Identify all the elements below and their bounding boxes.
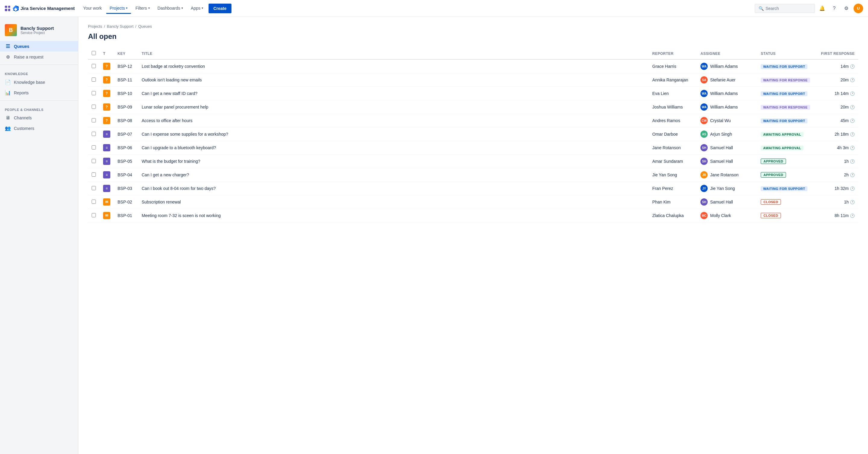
table-row: ≡ BSP-03 Can I book out 8-04 room for tw…	[88, 182, 858, 195]
row-title[interactable]: What is the budget for training?	[138, 155, 649, 168]
response-time-value: 1h	[844, 200, 849, 204]
row-checkbox-cell	[88, 59, 99, 73]
row-checkbox-cell	[88, 127, 99, 141]
row-title[interactable]: Can I book out 8-04 room for two days?	[138, 182, 649, 195]
user-avatar[interactable]: U	[854, 4, 863, 13]
assignee-avatar: WA	[701, 103, 708, 111]
row-reporter: Jane Rotanson	[649, 141, 697, 155]
knowledge-icon: 📄	[5, 79, 11, 85]
row-checkbox[interactable]	[92, 213, 96, 217]
notifications-button[interactable]: 🔔	[817, 4, 827, 13]
sidebar-item-customers[interactable]: 👥 Customers	[0, 123, 78, 133]
row-status: WAITING FOR RESPONSE	[757, 100, 817, 114]
sidebar-label-raise: Raise a request	[14, 55, 43, 59]
row-title[interactable]: Lost badge at rocketry convention	[138, 59, 649, 73]
clock-icon: 🕐	[850, 78, 855, 82]
row-key[interactable]: BSP-10	[114, 87, 138, 100]
row-title[interactable]: Meeting room 7-32 is sceen is not workin…	[138, 209, 649, 222]
settings-button[interactable]: ⚙	[841, 4, 851, 13]
row-key[interactable]: BSP-12	[114, 59, 138, 73]
row-checkbox[interactable]	[92, 200, 96, 204]
row-reporter: Andres Ramos	[649, 114, 697, 127]
row-title[interactable]: Can I get a new charger?	[138, 168, 649, 182]
row-title[interactable]: Can I expense some supplies for a worksh…	[138, 127, 649, 141]
nav-filters[interactable]: Filters ▾	[132, 3, 153, 14]
project-type: Service Project	[21, 31, 54, 35]
divider-2	[0, 100, 78, 101]
assignee-name: Crystal Wu	[710, 118, 731, 123]
select-all-checkbox[interactable]	[92, 51, 96, 55]
row-reporter: Joshua Williams	[649, 100, 697, 114]
sidebar-item-raise-request[interactable]: ⊕ Raise a request	[0, 52, 78, 62]
nav-your-work[interactable]: Your work	[80, 3, 105, 14]
page-title: All open	[88, 32, 858, 41]
row-checkbox[interactable]	[92, 132, 96, 136]
row-key[interactable]: BSP-02	[114, 195, 138, 209]
assignee-name: Arjun Singh	[710, 132, 732, 137]
row-checkbox[interactable]	[92, 159, 96, 163]
row-type: ?	[99, 87, 114, 100]
row-checkbox[interactable]	[92, 118, 96, 122]
type-icon: ≡	[103, 158, 110, 165]
row-title[interactable]: Can I get a new staff ID card?	[138, 87, 649, 100]
row-key[interactable]: BSP-11	[114, 73, 138, 87]
row-title[interactable]: Subscription renewal	[138, 195, 649, 209]
search-input[interactable]: 🔍 Search	[755, 4, 815, 13]
response-time-value: 2h	[844, 173, 849, 177]
sidebar-item-knowledge-base[interactable]: 📄 Knowledge base	[0, 77, 78, 87]
nav-dashboards[interactable]: Dashboards ▾	[154, 3, 187, 14]
create-button[interactable]: Create	[209, 4, 231, 13]
nav-apps[interactable]: Apps ▾	[187, 3, 207, 14]
help-button[interactable]: ?	[830, 4, 839, 13]
row-assignee: JR Jane Rotanson	[697, 168, 757, 182]
sidebar-item-channels[interactable]: 🖥 Channels	[0, 113, 78, 123]
breadcrumb-bancly[interactable]: Bancly Support	[107, 24, 133, 29]
sidebar-item-queues[interactable]: ☰ Queues	[0, 41, 78, 52]
row-key[interactable]: BSP-01	[114, 209, 138, 222]
row-checkbox-cell	[88, 100, 99, 114]
row-checkbox-cell	[88, 155, 99, 168]
assignee-avatar: MC	[701, 212, 708, 219]
row-checkbox[interactable]	[92, 78, 96, 82]
row-title[interactable]: Lunar solar panel procurement help	[138, 100, 649, 114]
row-key[interactable]: BSP-03	[114, 182, 138, 195]
row-key[interactable]: BSP-04	[114, 168, 138, 182]
sidebar-item-reports[interactable]: 📊 Reports	[0, 87, 78, 98]
table-row: ? BSP-11 Outlook isn't loading new email…	[88, 73, 858, 87]
clock-icon: 🕐	[850, 132, 855, 137]
row-checkbox[interactable]	[92, 64, 96, 68]
row-type: ≡	[99, 155, 114, 168]
sidebar-label-queues: Queues	[14, 44, 29, 49]
row-status: CLOSED	[757, 195, 817, 209]
assignee-name: Samuel Hall	[710, 200, 733, 204]
row-checkbox[interactable]	[92, 173, 96, 177]
row-status: APPROVED	[757, 155, 817, 168]
table-row: ≡ BSP-05 What is the budget for training…	[88, 155, 858, 168]
row-key[interactable]: BSP-06	[114, 141, 138, 155]
row-title[interactable]: Can I upgrade to a bluetooth keyboard?	[138, 141, 649, 155]
top-navigation: Your work Projects ▾ Filters ▾ Dashboard…	[80, 3, 753, 13]
row-checkbox[interactable]	[92, 91, 96, 95]
row-checkbox[interactable]	[92, 104, 96, 109]
sidebar-label-knowledge: Knowledge base	[14, 80, 45, 85]
row-checkbox-cell	[88, 114, 99, 127]
topnav-right: 🔍 Search 🔔 ? ⚙ U	[755, 4, 863, 13]
row-key[interactable]: BSP-08	[114, 114, 138, 127]
row-checkbox[interactable]	[92, 186, 96, 190]
col-checkbox	[88, 48, 99, 59]
row-key[interactable]: BSP-05	[114, 155, 138, 168]
row-title[interactable]: Outlook isn't loading new emails	[138, 73, 649, 87]
status-badge: WAITING FOR SUPPORT	[761, 64, 807, 69]
row-key[interactable]: BSP-09	[114, 100, 138, 114]
clock-icon: 🕐	[850, 105, 855, 110]
app-logo[interactable]: Jira Service Management	[5, 5, 75, 11]
row-type: ✉	[99, 195, 114, 209]
row-title[interactable]: Access to office after hours	[138, 114, 649, 127]
row-checkbox[interactable]	[92, 145, 96, 150]
nav-projects[interactable]: Projects ▾	[106, 3, 131, 14]
raise-icon: ⊕	[5, 54, 11, 60]
clock-icon: 🕐	[850, 146, 855, 150]
breadcrumb-projects[interactable]: Projects	[88, 24, 102, 29]
status-badge: WAITING FOR SUPPORT	[761, 119, 807, 123]
row-key[interactable]: BSP-07	[114, 127, 138, 141]
